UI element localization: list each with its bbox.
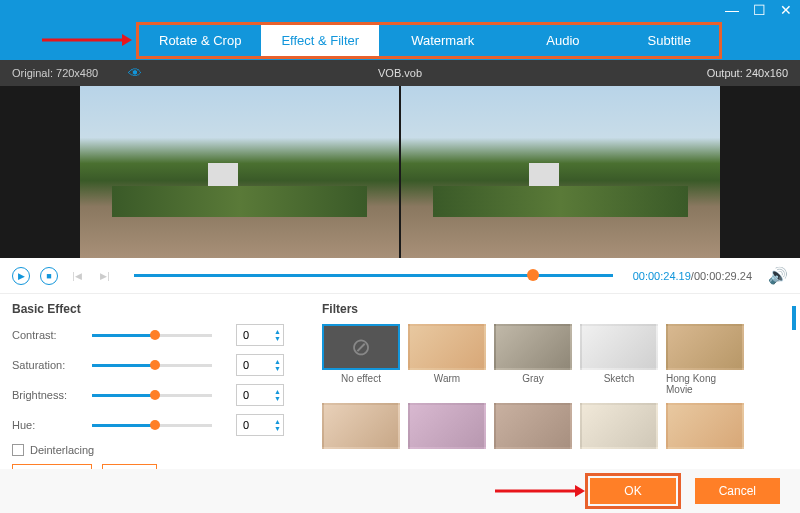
filter-sketch[interactable]: Sketch	[580, 324, 658, 395]
time-current: 00:00:24.19	[633, 270, 691, 282]
filter-item[interactable]	[666, 403, 744, 452]
deinterlacing-checkbox-row[interactable]: Deinterlacing	[12, 444, 302, 456]
slider-thumb[interactable]	[150, 390, 160, 400]
stepper-arrows[interactable]: ▲▼	[274, 358, 281, 372]
footer: OK Cancel	[0, 469, 800, 513]
play-button[interactable]: ▶	[12, 267, 30, 285]
volume-icon[interactable]: 🔊	[768, 266, 788, 285]
filter-hong-kong-movie[interactable]: Hong Kong Movie	[666, 324, 744, 395]
timeline-slider[interactable]	[134, 274, 613, 277]
filter-item[interactable]	[580, 403, 658, 452]
preview-output	[401, 86, 720, 258]
brightness-input[interactable]: 0▲▼	[236, 384, 284, 406]
hue-slider[interactable]	[92, 424, 212, 427]
saturation-row: Saturation: 0▲▼	[12, 354, 302, 376]
contrast-label: Contrast:	[12, 329, 92, 341]
info-bar: Original: 720x480 👁 VOB.vob Output: 240x…	[0, 60, 800, 86]
basic-effect-title: Basic Effect	[12, 302, 302, 316]
filter-no-effect[interactable]: ⊘No effect	[322, 324, 400, 395]
tab-audio[interactable]: Audio	[506, 25, 619, 56]
deinterlacing-label: Deinterlacing	[30, 444, 94, 456]
svg-marker-1	[122, 34, 132, 46]
timeline-thumb[interactable]	[527, 269, 539, 281]
filter-item[interactable]	[494, 403, 572, 452]
tab-bar: Rotate & Crop Effect & Filter Watermark …	[0, 20, 800, 60]
minimize-button[interactable]: —	[725, 2, 739, 18]
filter-item[interactable]	[322, 403, 400, 452]
ok-button-highlight: OK	[585, 473, 680, 509]
playback-controls: ▶ ■ |◀ ▶| 00:00:24.19/00:00:29.24 🔊	[0, 258, 800, 294]
filters-title: Filters	[322, 302, 788, 316]
preview-area	[0, 86, 800, 258]
stepper-arrows[interactable]: ▲▼	[274, 328, 281, 342]
filters-grid: ⊘No effect Warm Gray Sketch Hong Kong Mo…	[322, 324, 788, 452]
stepper-arrows[interactable]: ▲▼	[274, 418, 281, 432]
hue-row: Hue: 0▲▼	[12, 414, 302, 436]
no-effect-icon: ⊘	[322, 324, 400, 370]
annotation-arrow-icon	[42, 32, 132, 48]
stop-button[interactable]: ■	[40, 267, 58, 285]
brightness-slider[interactable]	[92, 394, 212, 397]
close-button[interactable]: ✕	[780, 2, 792, 18]
hue-input[interactable]: 0▲▼	[236, 414, 284, 436]
saturation-label: Saturation:	[12, 359, 92, 371]
saturation-slider[interactable]	[92, 364, 212, 367]
cancel-button[interactable]: Cancel	[695, 478, 780, 504]
filter-gray[interactable]: Gray	[494, 324, 572, 395]
scrollbar[interactable]	[792, 306, 796, 330]
svg-marker-3	[575, 485, 585, 497]
annotation-arrow-icon	[495, 483, 585, 499]
slider-thumb[interactable]	[150, 360, 160, 370]
titlebar: — ☐ ✕	[0, 0, 800, 20]
slider-thumb[interactable]	[150, 420, 160, 430]
slider-thumb[interactable]	[150, 330, 160, 340]
time-total: /00:00:29.24	[691, 270, 752, 282]
ok-button[interactable]: OK	[590, 478, 675, 504]
stepper-arrows[interactable]: ▲▼	[274, 388, 281, 402]
maximize-button[interactable]: ☐	[753, 2, 766, 18]
prev-frame-button[interactable]: |◀	[68, 267, 86, 285]
filename-label: VOB.vob	[378, 67, 422, 79]
saturation-input[interactable]: 0▲▼	[236, 354, 284, 376]
filter-item[interactable]	[408, 403, 486, 452]
basic-effect-panel: Basic Effect Contrast: 0▲▼ Saturation: 0…	[12, 302, 302, 479]
preview-toggle-icon[interactable]: 👁	[128, 65, 142, 81]
contrast-slider[interactable]	[92, 334, 212, 337]
deinterlacing-checkbox[interactable]	[12, 444, 24, 456]
filters-panel: Filters ⊘No effect Warm Gray Sketch Hong…	[322, 302, 788, 479]
contrast-row: Contrast: 0▲▼	[12, 324, 302, 346]
brightness-row: Brightness: 0▲▼	[12, 384, 302, 406]
contrast-input[interactable]: 0▲▼	[236, 324, 284, 346]
output-resolution: Output: 240x160	[707, 67, 788, 79]
tab-rotate-crop[interactable]: Rotate & Crop	[139, 25, 261, 56]
brightness-label: Brightness:	[12, 389, 92, 401]
preview-original	[80, 86, 399, 258]
tab-subtitle[interactable]: Subtitle	[620, 25, 719, 56]
hue-label: Hue:	[12, 419, 92, 431]
filter-warm[interactable]: Warm	[408, 324, 486, 395]
original-resolution: Original: 720x480	[12, 67, 98, 79]
lower-panel: Basic Effect Contrast: 0▲▼ Saturation: 0…	[0, 294, 800, 479]
tab-effect-filter[interactable]: Effect & Filter	[261, 25, 379, 56]
tabs-highlight-box: Rotate & Crop Effect & Filter Watermark …	[136, 22, 722, 59]
tab-watermark[interactable]: Watermark	[379, 25, 506, 56]
next-frame-button[interactable]: ▶|	[96, 267, 114, 285]
